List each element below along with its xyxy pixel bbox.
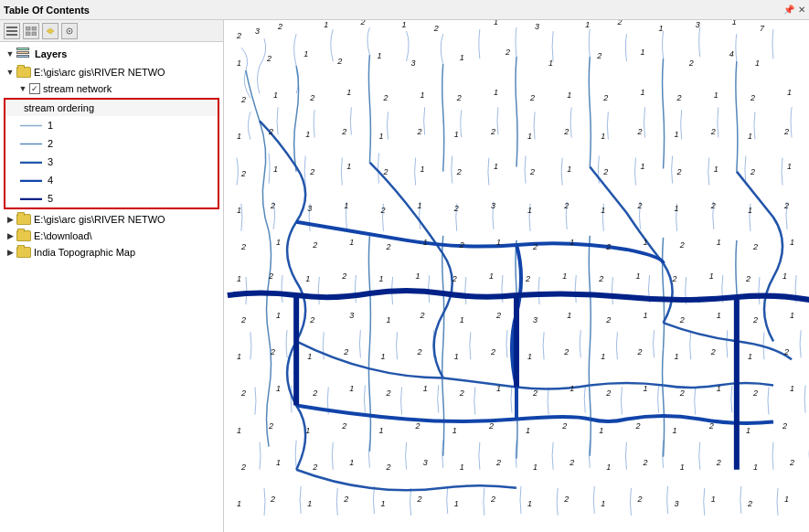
svg-text:1: 1 bbox=[460, 463, 464, 472]
svg-text:2: 2 bbox=[312, 388, 317, 398]
svg-text:2: 2 bbox=[782, 421, 787, 431]
svg-text:1: 1 bbox=[527, 352, 532, 361]
source-view-button[interactable] bbox=[23, 23, 39, 39]
folder3-label: E:\download\ bbox=[34, 230, 92, 241]
svg-text:1: 1 bbox=[787, 162, 792, 171]
svg-text:1: 1 bbox=[496, 238, 501, 247]
svg-text:2: 2 bbox=[341, 127, 346, 136]
order-3-item[interactable]: 3 bbox=[5, 153, 218, 171]
svg-text:2: 2 bbox=[495, 458, 501, 467]
svg-text:1: 1 bbox=[787, 88, 792, 97]
svg-text:1: 1 bbox=[344, 201, 348, 210]
svg-text:2: 2 bbox=[642, 458, 647, 467]
order-2-symbol bbox=[20, 143, 42, 145]
svg-text:1: 1 bbox=[380, 352, 385, 361]
svg-text:3: 3 bbox=[696, 20, 700, 29]
order-4-symbol bbox=[20, 179, 42, 182]
svg-text:2: 2 bbox=[490, 495, 495, 504]
svg-text:1: 1 bbox=[378, 132, 383, 141]
river-map-svg: 2 3 2 1 2 1 2 1 3 1 2 1 3 1 7 1 2 1 2 1 bbox=[224, 20, 809, 532]
stream-ordering-header[interactable]: stream ordering bbox=[5, 100, 218, 116]
svg-point-8 bbox=[69, 30, 70, 32]
svg-text:2: 2 bbox=[270, 495, 275, 504]
svg-text:1: 1 bbox=[237, 352, 241, 361]
svg-text:1: 1 bbox=[494, 88, 498, 97]
svg-text:2: 2 bbox=[561, 421, 567, 431]
svg-text:2: 2 bbox=[747, 499, 752, 508]
list-view-button[interactable] bbox=[4, 23, 20, 39]
main-content: ▼ Layers ▼ E:\gis\arc gis\RIVER NETWO ▼ … bbox=[0, 20, 809, 532]
stream-network-item[interactable]: ▼ stream network bbox=[0, 80, 223, 97]
folder1-expand-icon[interactable]: ▼ bbox=[4, 66, 16, 79]
svg-text:2: 2 bbox=[505, 48, 510, 57]
folder4-expand-icon[interactable]: ▶ bbox=[4, 246, 16, 259]
svg-text:2: 2 bbox=[679, 388, 685, 398]
svg-text:2: 2 bbox=[532, 388, 538, 398]
svg-text:2: 2 bbox=[341, 271, 346, 281]
svg-text:1: 1 bbox=[640, 48, 644, 57]
svg-text:3: 3 bbox=[349, 311, 354, 320]
svg-rect-6 bbox=[32, 32, 37, 36]
toc-tree: ▼ Layers ▼ E:\gis\arc gis\RIVER NETWO ▼ … bbox=[0, 42, 223, 532]
stream-network-expand-icon[interactable]: ▼ bbox=[16, 82, 29, 95]
svg-text:1: 1 bbox=[717, 238, 721, 247]
toc-toolbar bbox=[0, 20, 223, 42]
pin-button[interactable]: 📌 bbox=[783, 5, 794, 15]
order-4-item[interactable]: 4 bbox=[5, 171, 218, 189]
svg-text:1: 1 bbox=[303, 49, 308, 59]
svg-text:1: 1 bbox=[307, 352, 312, 361]
order-2-item[interactable]: 2 bbox=[5, 134, 218, 153]
svg-text:1: 1 bbox=[324, 20, 328, 29]
svg-text:1: 1 bbox=[527, 499, 532, 508]
folder2-icon bbox=[16, 214, 31, 225]
folder1-item[interactable]: ▼ E:\gis\arc gis\RIVER NETWO bbox=[0, 64, 223, 80]
close-button[interactable]: ✕ bbox=[798, 5, 805, 15]
order-1-item[interactable]: 1 bbox=[5, 116, 218, 134]
svg-text:1: 1 bbox=[643, 384, 647, 393]
layer-properties-button[interactable] bbox=[42, 23, 59, 39]
svg-text:2: 2 bbox=[488, 421, 494, 431]
svg-text:1: 1 bbox=[454, 499, 459, 508]
order-3-symbol bbox=[20, 161, 42, 164]
svg-text:1: 1 bbox=[562, 271, 567, 281]
svg-text:1: 1 bbox=[276, 384, 281, 393]
svg-text:2: 2 bbox=[634, 421, 640, 431]
svg-text:2: 2 bbox=[379, 206, 385, 215]
svg-text:1: 1 bbox=[640, 162, 644, 171]
folder4-item[interactable]: ▶ India Topographic Map bbox=[0, 244, 223, 261]
svg-text:2: 2 bbox=[636, 495, 642, 504]
svg-text:1: 1 bbox=[753, 463, 758, 472]
folder3-item[interactable]: ▶ E:\download\ bbox=[0, 228, 223, 244]
svg-text:1: 1 bbox=[273, 90, 278, 100]
svg-text:1: 1 bbox=[454, 352, 459, 361]
svg-text:1: 1 bbox=[423, 384, 428, 393]
svg-text:1: 1 bbox=[782, 271, 787, 281]
expand-icon[interactable]: ▼ bbox=[4, 48, 16, 60]
layers-root-item[interactable]: ▼ Layers bbox=[0, 44, 223, 64]
svg-text:2: 2 bbox=[636, 347, 642, 356]
stream-network-checkbox[interactable] bbox=[29, 83, 40, 94]
folder3-expand-icon[interactable]: ▶ bbox=[4, 229, 16, 242]
svg-text:1: 1 bbox=[746, 426, 750, 435]
svg-text:3: 3 bbox=[411, 59, 416, 68]
svg-text:1: 1 bbox=[377, 51, 381, 60]
svg-text:2: 2 bbox=[529, 93, 535, 102]
svg-text:2: 2 bbox=[490, 127, 495, 136]
svg-text:4: 4 bbox=[729, 49, 734, 59]
svg-text:2: 2 bbox=[752, 242, 758, 251]
folder2-item[interactable]: ▶ E:\gis\arc gis\RIVER NETWO bbox=[0, 211, 223, 228]
options-button[interactable] bbox=[61, 23, 78, 39]
svg-text:1: 1 bbox=[709, 271, 714, 281]
svg-text:2: 2 bbox=[433, 24, 439, 33]
map-area[interactable]: 2 3 2 1 2 1 2 1 3 1 2 1 3 1 7 1 2 1 2 1 bbox=[224, 20, 809, 532]
svg-text:1: 1 bbox=[567, 165, 571, 174]
folder2-expand-icon[interactable]: ▶ bbox=[4, 213, 16, 226]
svg-text:2: 2 bbox=[240, 95, 246, 104]
svg-text:1: 1 bbox=[349, 384, 354, 393]
toc-panel: ▼ Layers ▼ E:\gis\arc gis\RIVER NETWO ▼ … bbox=[0, 20, 224, 532]
svg-text:2: 2 bbox=[750, 93, 755, 102]
svg-text:1: 1 bbox=[349, 458, 354, 467]
svg-text:2: 2 bbox=[240, 463, 246, 472]
order-5-item[interactable]: 5 bbox=[5, 189, 218, 207]
svg-text:2: 2 bbox=[596, 51, 601, 60]
